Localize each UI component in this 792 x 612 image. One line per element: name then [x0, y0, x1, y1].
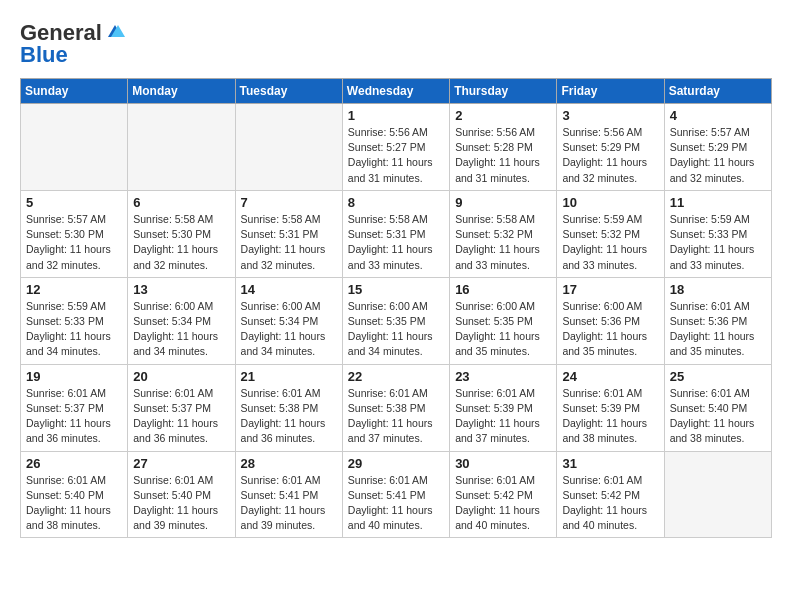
weekday-header-friday: Friday	[557, 79, 664, 104]
day-number: 30	[455, 456, 551, 471]
day-number: 16	[455, 282, 551, 297]
calendar-cell: 7Sunrise: 5:58 AMSunset: 5:31 PMDaylight…	[235, 190, 342, 277]
page-header: General Blue	[20, 20, 772, 68]
week-row-3: 12Sunrise: 5:59 AMSunset: 5:33 PMDayligh…	[21, 277, 772, 364]
day-info: Sunrise: 5:58 AMSunset: 5:31 PMDaylight:…	[241, 212, 337, 273]
day-number: 12	[26, 282, 122, 297]
calendar-cell: 24Sunrise: 6:01 AMSunset: 5:39 PMDayligh…	[557, 364, 664, 451]
day-info: Sunrise: 6:01 AMSunset: 5:39 PMDaylight:…	[455, 386, 551, 447]
week-row-1: 1Sunrise: 5:56 AMSunset: 5:27 PMDaylight…	[21, 104, 772, 191]
calendar-cell: 21Sunrise: 6:01 AMSunset: 5:38 PMDayligh…	[235, 364, 342, 451]
calendar-table: SundayMondayTuesdayWednesdayThursdayFrid…	[20, 78, 772, 538]
day-number: 21	[241, 369, 337, 384]
calendar-cell: 25Sunrise: 6:01 AMSunset: 5:40 PMDayligh…	[664, 364, 771, 451]
day-info: Sunrise: 6:01 AMSunset: 5:40 PMDaylight:…	[670, 386, 766, 447]
week-row-2: 5Sunrise: 5:57 AMSunset: 5:30 PMDaylight…	[21, 190, 772, 277]
day-info: Sunrise: 6:01 AMSunset: 5:38 PMDaylight:…	[348, 386, 444, 447]
day-number: 22	[348, 369, 444, 384]
calendar-cell: 22Sunrise: 6:01 AMSunset: 5:38 PMDayligh…	[342, 364, 449, 451]
day-info: Sunrise: 5:57 AMSunset: 5:30 PMDaylight:…	[26, 212, 122, 273]
calendar-cell: 3Sunrise: 5:56 AMSunset: 5:29 PMDaylight…	[557, 104, 664, 191]
day-number: 26	[26, 456, 122, 471]
day-info: Sunrise: 6:01 AMSunset: 5:39 PMDaylight:…	[562, 386, 658, 447]
day-number: 18	[670, 282, 766, 297]
day-info: Sunrise: 6:01 AMSunset: 5:37 PMDaylight:…	[133, 386, 229, 447]
weekday-header-tuesday: Tuesday	[235, 79, 342, 104]
day-info: Sunrise: 5:58 AMSunset: 5:31 PMDaylight:…	[348, 212, 444, 273]
day-info: Sunrise: 6:00 AMSunset: 5:35 PMDaylight:…	[455, 299, 551, 360]
calendar-cell: 16Sunrise: 6:00 AMSunset: 5:35 PMDayligh…	[450, 277, 557, 364]
week-row-4: 19Sunrise: 6:01 AMSunset: 5:37 PMDayligh…	[21, 364, 772, 451]
day-info: Sunrise: 6:01 AMSunset: 5:41 PMDaylight:…	[348, 473, 444, 534]
day-info: Sunrise: 5:59 AMSunset: 5:33 PMDaylight:…	[26, 299, 122, 360]
calendar-cell: 1Sunrise: 5:56 AMSunset: 5:27 PMDaylight…	[342, 104, 449, 191]
day-number: 8	[348, 195, 444, 210]
day-info: Sunrise: 5:59 AMSunset: 5:33 PMDaylight:…	[670, 212, 766, 273]
calendar-cell	[21, 104, 128, 191]
calendar-cell: 12Sunrise: 5:59 AMSunset: 5:33 PMDayligh…	[21, 277, 128, 364]
calendar-cell: 10Sunrise: 5:59 AMSunset: 5:32 PMDayligh…	[557, 190, 664, 277]
day-info: Sunrise: 6:00 AMSunset: 5:34 PMDaylight:…	[133, 299, 229, 360]
day-number: 9	[455, 195, 551, 210]
calendar-cell: 6Sunrise: 5:58 AMSunset: 5:30 PMDaylight…	[128, 190, 235, 277]
calendar-cell: 29Sunrise: 6:01 AMSunset: 5:41 PMDayligh…	[342, 451, 449, 538]
calendar-cell: 9Sunrise: 5:58 AMSunset: 5:32 PMDaylight…	[450, 190, 557, 277]
calendar-cell: 20Sunrise: 6:01 AMSunset: 5:37 PMDayligh…	[128, 364, 235, 451]
calendar-cell: 2Sunrise: 5:56 AMSunset: 5:28 PMDaylight…	[450, 104, 557, 191]
day-info: Sunrise: 6:01 AMSunset: 5:42 PMDaylight:…	[562, 473, 658, 534]
logo: General Blue	[20, 20, 126, 68]
calendar-cell: 11Sunrise: 5:59 AMSunset: 5:33 PMDayligh…	[664, 190, 771, 277]
day-number: 5	[26, 195, 122, 210]
logo-icon	[104, 23, 126, 41]
calendar-cell: 17Sunrise: 6:00 AMSunset: 5:36 PMDayligh…	[557, 277, 664, 364]
day-number: 14	[241, 282, 337, 297]
day-number: 3	[562, 108, 658, 123]
day-number: 11	[670, 195, 766, 210]
day-info: Sunrise: 5:56 AMSunset: 5:29 PMDaylight:…	[562, 125, 658, 186]
day-info: Sunrise: 6:01 AMSunset: 5:38 PMDaylight:…	[241, 386, 337, 447]
day-info: Sunrise: 5:56 AMSunset: 5:27 PMDaylight:…	[348, 125, 444, 186]
calendar-cell: 8Sunrise: 5:58 AMSunset: 5:31 PMDaylight…	[342, 190, 449, 277]
calendar-cell: 5Sunrise: 5:57 AMSunset: 5:30 PMDaylight…	[21, 190, 128, 277]
weekday-header-saturday: Saturday	[664, 79, 771, 104]
day-info: Sunrise: 6:00 AMSunset: 5:35 PMDaylight:…	[348, 299, 444, 360]
calendar-cell: 28Sunrise: 6:01 AMSunset: 5:41 PMDayligh…	[235, 451, 342, 538]
day-info: Sunrise: 5:56 AMSunset: 5:28 PMDaylight:…	[455, 125, 551, 186]
calendar-cell: 26Sunrise: 6:01 AMSunset: 5:40 PMDayligh…	[21, 451, 128, 538]
day-number: 15	[348, 282, 444, 297]
day-info: Sunrise: 5:59 AMSunset: 5:32 PMDaylight:…	[562, 212, 658, 273]
calendar-cell: 31Sunrise: 6:01 AMSunset: 5:42 PMDayligh…	[557, 451, 664, 538]
calendar-cell: 4Sunrise: 5:57 AMSunset: 5:29 PMDaylight…	[664, 104, 771, 191]
calendar-cell: 15Sunrise: 6:00 AMSunset: 5:35 PMDayligh…	[342, 277, 449, 364]
day-number: 10	[562, 195, 658, 210]
weekday-header-sunday: Sunday	[21, 79, 128, 104]
weekday-header-thursday: Thursday	[450, 79, 557, 104]
day-info: Sunrise: 5:57 AMSunset: 5:29 PMDaylight:…	[670, 125, 766, 186]
day-number: 25	[670, 369, 766, 384]
calendar-cell: 19Sunrise: 6:01 AMSunset: 5:37 PMDayligh…	[21, 364, 128, 451]
day-info: Sunrise: 6:01 AMSunset: 5:40 PMDaylight:…	[26, 473, 122, 534]
calendar-cell: 13Sunrise: 6:00 AMSunset: 5:34 PMDayligh…	[128, 277, 235, 364]
day-info: Sunrise: 6:01 AMSunset: 5:36 PMDaylight:…	[670, 299, 766, 360]
calendar-cell: 18Sunrise: 6:01 AMSunset: 5:36 PMDayligh…	[664, 277, 771, 364]
day-number: 2	[455, 108, 551, 123]
weekday-header-row: SundayMondayTuesdayWednesdayThursdayFrid…	[21, 79, 772, 104]
weekday-header-monday: Monday	[128, 79, 235, 104]
day-number: 1	[348, 108, 444, 123]
day-number: 31	[562, 456, 658, 471]
calendar-cell: 27Sunrise: 6:01 AMSunset: 5:40 PMDayligh…	[128, 451, 235, 538]
logo-blue: Blue	[20, 42, 68, 68]
calendar-cell	[235, 104, 342, 191]
day-number: 17	[562, 282, 658, 297]
day-number: 4	[670, 108, 766, 123]
calendar-cell: 14Sunrise: 6:00 AMSunset: 5:34 PMDayligh…	[235, 277, 342, 364]
day-number: 23	[455, 369, 551, 384]
day-number: 13	[133, 282, 229, 297]
calendar-cell: 30Sunrise: 6:01 AMSunset: 5:42 PMDayligh…	[450, 451, 557, 538]
day-number: 29	[348, 456, 444, 471]
calendar-cell	[664, 451, 771, 538]
day-info: Sunrise: 6:01 AMSunset: 5:42 PMDaylight:…	[455, 473, 551, 534]
day-number: 20	[133, 369, 229, 384]
week-row-5: 26Sunrise: 6:01 AMSunset: 5:40 PMDayligh…	[21, 451, 772, 538]
day-info: Sunrise: 5:58 AMSunset: 5:32 PMDaylight:…	[455, 212, 551, 273]
